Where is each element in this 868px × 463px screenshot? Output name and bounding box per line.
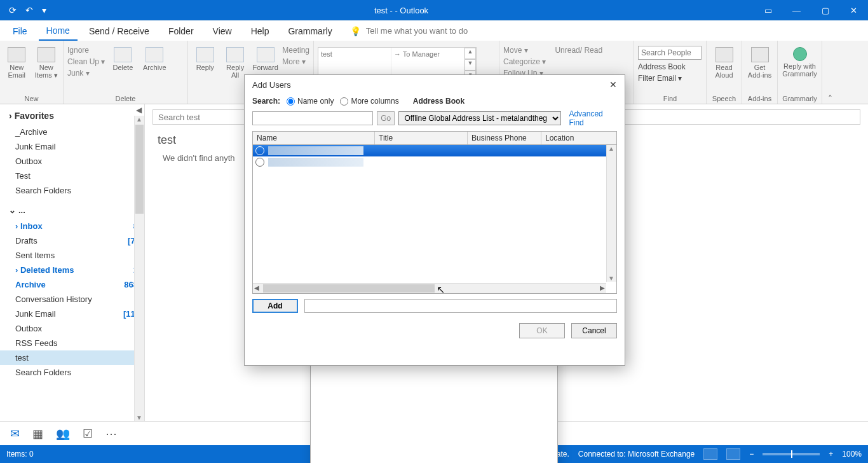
- tab-file[interactable]: File: [5, 22, 35, 40]
- zoom-out-icon[interactable]: −: [749, 450, 754, 459]
- chevron-right-icon: ›: [9, 111, 12, 121]
- junk-button[interactable]: Junk ▾: [67, 69, 105, 78]
- add-button[interactable]: Add: [252, 299, 298, 313]
- collapse-ribbon-icon[interactable]: ˄: [822, 41, 837, 104]
- get-addins-button[interactable]: Get Add-ins: [746, 43, 773, 79]
- delete-button[interactable]: Delete: [109, 43, 137, 71]
- tab-folder[interactable]: Folder: [161, 22, 201, 40]
- favorites-header[interactable]: ›Favorites: [0, 104, 144, 125]
- cleanup-button[interactable]: Clean Up ▾: [67, 57, 105, 66]
- tab-view[interactable]: View: [205, 22, 240, 40]
- address-book-button[interactable]: Address Book: [638, 62, 702, 71]
- view-normal-icon[interactable]: [703, 448, 717, 460]
- add-users-ok-button[interactable]: OK: [519, 323, 565, 338]
- go-button[interactable]: Go: [377, 111, 395, 125]
- ribbon-options-icon[interactable]: ▭: [754, 0, 782, 20]
- status-connection: Connected to: Microsoft Exchange: [578, 450, 695, 459]
- sidebar-item[interactable]: Conversation History: [0, 292, 144, 307]
- group-find: Find: [638, 93, 702, 102]
- zoom-in-icon[interactable]: +: [829, 450, 833, 459]
- tab-send-receive[interactable]: Send / Receive: [81, 22, 157, 40]
- sidebar-item[interactable]: Search Folders: [0, 183, 144, 198]
- person-icon: [255, 146, 264, 155]
- add-users-dialog: Add Users ✕ Search: Name only More colum…: [244, 74, 625, 366]
- window-title: test - - Outlook: [49, 6, 754, 15]
- meeting-button[interactable]: Meeting: [282, 46, 309, 55]
- list-hscrollbar[interactable]: [253, 283, 606, 293]
- tab-help[interactable]: Help: [243, 22, 277, 40]
- nav-scrollbar[interactable]: [134, 116, 144, 421]
- radio-more-columns[interactable]: More columns: [340, 97, 398, 106]
- filter-email-button[interactable]: Filter Email ▾: [638, 74, 702, 83]
- calendar-icon[interactable]: ▦: [32, 427, 43, 441]
- collapse-nav-icon[interactable]: ◀: [136, 106, 142, 114]
- col-location[interactable]: Location: [541, 132, 616, 144]
- sidebar-item[interactable]: › Deleted Items1: [0, 263, 144, 277]
- refresh-icon[interactable]: ⟳: [6, 5, 19, 15]
- sidebar-item[interactable]: _Archive: [0, 125, 144, 139]
- read-aloud-button[interactable]: Read Aloud: [710, 43, 738, 79]
- maximize-icon[interactable]: ▢: [811, 0, 839, 20]
- sidebar-item[interactable]: Drafts[7]: [0, 233, 144, 248]
- sidebar-item[interactable]: Outbox: [0, 321, 144, 336]
- sidebar-item[interactable]: test: [0, 350, 144, 365]
- sidebar-item[interactable]: RSS Feeds: [0, 336, 144, 350]
- ignore-button[interactable]: Ignore: [67, 46, 105, 55]
- new-items-button[interactable]: New Items ▾: [34, 43, 60, 79]
- col-title[interactable]: Title: [375, 132, 468, 144]
- new-email-button[interactable]: New Email: [4, 43, 30, 79]
- tell-me-input[interactable]: Tell me what you want to do: [366, 26, 468, 36]
- sidebar-item[interactable]: Junk Email[11]: [0, 307, 144, 321]
- qat-dropdown-icon[interactable]: ▾: [39, 5, 49, 15]
- archive-button[interactable]: Archive: [140, 43, 168, 71]
- mail-icon[interactable]: ✉: [10, 427, 20, 441]
- account-header[interactable]: ⌄...: [0, 198, 144, 219]
- tab-home[interactable]: Home: [39, 22, 78, 41]
- people-icon[interactable]: 👥: [56, 427, 70, 441]
- tab-grammarly[interactable]: Grammarly: [280, 22, 339, 40]
- reply-button[interactable]: Reply: [192, 43, 218, 71]
- add-users-close-icon[interactable]: ✕: [609, 79, 617, 90]
- list-vscrollbar[interactable]: [606, 145, 616, 282]
- undo-icon[interactable]: ↶: [23, 5, 36, 15]
- bulb-icon: 💡: [350, 26, 361, 36]
- minimize-icon[interactable]: —: [782, 0, 811, 20]
- tasks-icon[interactable]: ☑: [83, 427, 93, 441]
- col-business-phone[interactable]: Business Phone: [468, 132, 541, 144]
- close-icon[interactable]: ✕: [839, 0, 868, 20]
- list-item[interactable]: [253, 145, 616, 156]
- move-button[interactable]: Move ▾: [503, 46, 546, 55]
- sidebar-item[interactable]: Search Folders: [0, 365, 144, 380]
- categorize-button[interactable]: Categorize ▾: [503, 57, 546, 66]
- unread-read-button[interactable]: Unread/ Read: [555, 46, 602, 55]
- more-button[interactable]: More ▾: [282, 57, 309, 66]
- folder-pane: ◀ ›Favorites _ArchiveJunk EmailOutboxTes…: [0, 104, 145, 421]
- list-item[interactable]: [253, 156, 616, 168]
- address-book-select[interactable]: Offline Global Address List - metalandth…: [398, 111, 561, 125]
- forward-button[interactable]: Forward: [252, 43, 278, 71]
- zoom-slider[interactable]: [763, 453, 820, 455]
- add-users-cancel-button[interactable]: Cancel: [571, 323, 617, 338]
- address-book-label: Address Book: [413, 97, 465, 106]
- sidebar-item[interactable]: Sent Items: [0, 248, 144, 263]
- radio-name-only[interactable]: Name only: [287, 97, 334, 106]
- results-list[interactable]: [252, 145, 617, 294]
- sidebar-item[interactable]: Archive868: [0, 277, 144, 292]
- view-reading-icon[interactable]: [726, 448, 740, 460]
- sidebar-item[interactable]: Test: [0, 169, 144, 183]
- add-recipients-input[interactable]: [304, 299, 617, 313]
- reply-all-button[interactable]: Reply All: [222, 43, 248, 79]
- col-name[interactable]: Name: [253, 132, 375, 144]
- more-nav-icon[interactable]: ⋯: [105, 427, 117, 441]
- search-name-input[interactable]: [252, 111, 373, 125]
- search-people-input[interactable]: [638, 46, 702, 60]
- person-icon: [255, 158, 264, 167]
- zoom-level: 100%: [842, 450, 862, 459]
- title-bar: ⟳ ↶ ▾ test - - Outlook ▭ — ▢ ✕: [0, 0, 868, 20]
- advanced-find-link[interactable]: Advanced Find: [565, 109, 617, 127]
- sidebar-item[interactable]: Junk Email: [0, 139, 144, 154]
- reply-grammarly-button[interactable]: Reply with Grammarly: [782, 43, 818, 78]
- sidebar-item[interactable]: › Inbox8: [0, 219, 144, 233]
- sidebar-item[interactable]: Outbox: [0, 154, 144, 169]
- chevron-down-icon: ⌄: [9, 205, 16, 215]
